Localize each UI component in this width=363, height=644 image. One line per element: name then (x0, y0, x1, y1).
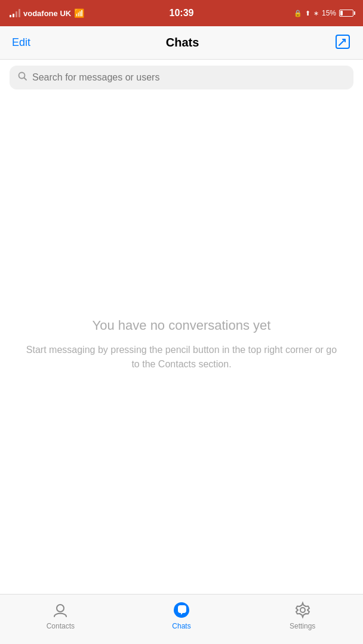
svg-line-3 (24, 78, 27, 80)
status-bar: vodafone UK 📶 10:39 🔒 ⬆ ∗ 15% (0, 0, 363, 26)
lock-icon: 🔒 (294, 10, 302, 17)
search-icon (18, 72, 27, 83)
bluetooth-icon: ∗ (313, 10, 319, 17)
empty-state-title: You have no conversations yet (93, 318, 271, 333)
tab-settings[interactable]: Settings (279, 600, 327, 630)
signal-icon (10, 9, 20, 17)
battery-icon (339, 10, 353, 17)
svg-line-1 (339, 41, 344, 45)
contacts-icon (51, 600, 70, 620)
status-left: vodafone UK 📶 (10, 8, 84, 18)
chats-icon (172, 600, 191, 620)
search-container (0, 60, 363, 95)
nav-bar: Edit Chats (0, 26, 363, 60)
search-input[interactable] (32, 72, 345, 83)
carrier-label: vodafone UK (23, 9, 71, 18)
battery-percent: 15% (322, 9, 336, 17)
status-right: 🔒 ⬆ ∗ 15% (294, 9, 353, 17)
main-content: You have no conversations yet Start mess… (0, 95, 363, 594)
page-title: Chats (166, 36, 199, 49)
tab-chats[interactable]: Chats (158, 600, 205, 630)
tab-settings-label: Settings (290, 622, 315, 630)
compose-button[interactable] (334, 33, 351, 52)
tab-chats-label: Chats (172, 622, 190, 630)
search-bar[interactable] (10, 66, 353, 89)
tab-contacts[interactable]: Contacts (36, 600, 84, 630)
settings-icon (293, 600, 312, 620)
location-icon: ⬆ (305, 10, 310, 17)
status-time: 10:39 (170, 8, 194, 18)
edit-button[interactable]: Edit (12, 36, 30, 49)
svg-point-6 (300, 608, 305, 612)
empty-state-subtitle: Start messaging by pressing the pencil b… (24, 343, 339, 371)
compose-icon (334, 33, 351, 50)
svg-point-4 (57, 605, 64, 612)
wifi-icon: 📶 (74, 8, 84, 18)
tab-contacts-label: Contacts (47, 622, 75, 630)
tab-bar: Contacts Chats Settings (0, 594, 363, 644)
